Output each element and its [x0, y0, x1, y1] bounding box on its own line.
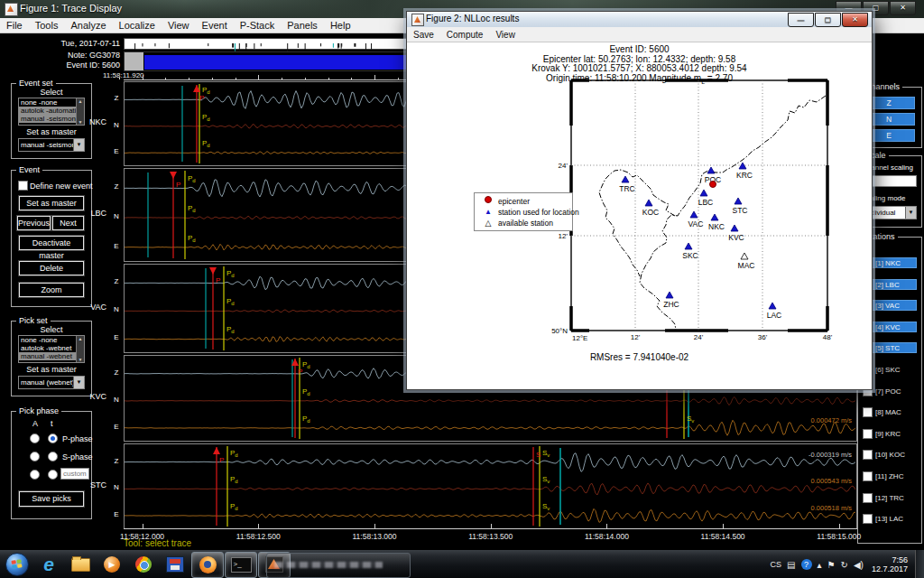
station-item-label: [2] LBC	[875, 281, 900, 289]
minimize-button[interactable]: —	[788, 13, 814, 27]
next-button[interactable]: Next	[52, 216, 84, 230]
language-indicator[interactable]: CS	[771, 560, 782, 569]
taskbar-button-media-player[interactable]: ▶	[97, 553, 127, 577]
custom-phase-t-radio[interactable]	[48, 470, 58, 480]
previous-button[interactable]: Previous	[17, 216, 51, 230]
custom-phase-input[interactable]	[60, 468, 89, 480]
taskbar-button-chrome[interactable]	[128, 553, 159, 577]
station-toggle-13LAC[interactable]: [13] LAC	[861, 513, 917, 524]
fig1-menu-help[interactable]: Help	[324, 18, 357, 33]
save-picks-button[interactable]: Save picks	[19, 491, 84, 507]
list-option-none--none[interactable]: none -none	[19, 98, 77, 107]
close-button[interactable]: ✕	[842, 13, 868, 27]
delete-button[interactable]: Delete	[19, 261, 84, 275]
station-item-label: [9] KRC	[875, 430, 901, 438]
station-checkbox[interactable]	[863, 514, 873, 524]
dropdown-arrow-icon: ▼	[73, 377, 84, 388]
station-checkbox[interactable]	[863, 407, 873, 417]
ruler-minor-tick	[328, 78, 329, 79]
fig1-menu-file[interactable]: File	[0, 18, 29, 33]
clock[interactable]: 7:56 12.7.2017	[872, 555, 908, 573]
fig2-titlebar[interactable]: Figure 2: NLLoc results — ▢ ✕	[407, 12, 872, 28]
list-option-none--none[interactable]: none -none	[19, 336, 77, 344]
pick-set-master-dropdown[interactable]: manual (webnet) ▼	[18, 376, 85, 389]
maximize-button[interactable]: ▢	[815, 13, 841, 27]
fig1-menu-view[interactable]: View	[162, 18, 196, 33]
waveform-KVC-E[interactable]	[125, 420, 855, 435]
channel-label-VAC-Z: Z	[112, 277, 121, 285]
show-hidden-icons[interactable]: ▴	[818, 560, 822, 570]
station-toggle-9KRC[interactable]: [9] KRC	[861, 428, 917, 439]
p-pick-marker[interactable]	[209, 267, 217, 275]
p-pick-marker[interactable]	[213, 447, 220, 454]
waveform-STC-N[interactable]	[125, 483, 855, 495]
taskbar-button-internet-explorer[interactable]: e	[33, 553, 64, 577]
define-new-event-checkbox[interactable]	[18, 181, 28, 191]
fig1-menu-localize[interactable]: Localize	[113, 18, 162, 33]
station-checkbox[interactable]	[863, 429, 873, 439]
taskbar-button-start[interactable]	[2, 553, 32, 577]
station-checkbox[interactable]	[863, 471, 873, 481]
station-label-LBC: LBC	[70, 209, 106, 218]
close-button[interactable]: ✕	[890, 1, 916, 15]
sync-tray-icon[interactable]: ↻	[841, 560, 848, 570]
printer-tray-icon[interactable]: ▤	[787, 560, 795, 570]
map-station-label-LAC: LAC	[767, 311, 782, 320]
p-phase-a-radio[interactable]	[30, 434, 40, 443]
action-center-flag-icon[interactable]: ⚑	[827, 560, 836, 570]
trace-plot-STC[interactable]: PPdPdPdSSvSvSv-0.000319 m/s0.000543 m/s0…	[125, 444, 856, 528]
s-phase-a-radio[interactable]	[30, 452, 40, 461]
volume-tray-icon[interactable]: ◀)	[854, 560, 864, 570]
channel-label-KVC-E: E	[112, 423, 121, 431]
legend-label: available station	[498, 219, 553, 228]
fig1-menu-panels[interactable]: Panels	[281, 18, 324, 33]
fig2-menu-view[interactable]: View	[489, 27, 522, 42]
event-set-master-dropdown[interactable]: manual -seismon ▼	[18, 138, 85, 152]
list-option-manual--seismon[interactable]: manual -seismon	[19, 115, 77, 123]
pick-set-listbox[interactable]: none -noneautolok -webnetmanual -webnet	[18, 335, 85, 363]
chrome-icon	[135, 556, 152, 573]
fig2-menu-compute[interactable]: Compute	[440, 27, 490, 42]
station-item-label: [3] VAC	[875, 302, 900, 310]
station-toggle-11ZHC[interactable]: [11] ZHC	[861, 471, 917, 481]
taskbar-button-firefox[interactable]	[191, 552, 224, 578]
fig2-menu-save[interactable]: Save	[407, 27, 440, 42]
taskbar-button-file-explorer[interactable]	[65, 553, 96, 577]
trace-group-STC[interactable]: PPdPdPdSSvSvSv-0.000319 m/s0.000543 m/s0…	[124, 443, 857, 529]
taskbar-app-button[interactable]	[266, 553, 411, 578]
station-checkbox[interactable]	[863, 450, 873, 460]
p-label: P	[298, 368, 302, 376]
pick-set-title: Pick set	[16, 316, 51, 325]
zoom-button[interactable]: Zoom	[19, 283, 84, 297]
station-toggle-10KOC[interactable]: [10] KOC	[861, 449, 917, 460]
channel-label-NKC-N: N	[112, 121, 121, 129]
fig1-menu-analyze[interactable]: Analyze	[64, 18, 112, 33]
help-tray-icon[interactable]: ?	[801, 559, 812, 570]
axis-tick	[258, 524, 259, 528]
list-option-manual--webnet[interactable]: manual -webnet	[19, 352, 77, 360]
ruler-minor-tick	[398, 78, 399, 79]
p-phase-t-radio[interactable]	[48, 434, 58, 443]
event-group: Event Define new event Set as master Pre…	[11, 170, 92, 307]
waveform-KVC-N[interactable]	[125, 396, 855, 405]
fig1-menu-event[interactable]: Event	[196, 18, 234, 33]
map-station-label-TRC: TRC	[619, 184, 634, 193]
station-toggle-8MAC[interactable]: [8] MAC	[861, 406, 917, 417]
show-desktop-button[interactable]	[915, 550, 924, 578]
scrollbar[interactable]	[76, 336, 84, 362]
station-toggle-12TRC[interactable]: [12] TRC	[861, 492, 917, 503]
list-option-autolok--automatic[interactable]: autolok -automatic	[19, 107, 77, 115]
station-checkbox[interactable]	[863, 493, 873, 503]
custom-phase-a-radio[interactable]	[30, 470, 40, 480]
list-option-autolok--webnet[interactable]: autolok -webnet	[19, 344, 77, 352]
axis-tick-label: 11:58:14.500	[690, 532, 755, 541]
deactivate-master-button[interactable]: Deactivate master	[19, 236, 84, 250]
fig1-title: Figure 1: Trace Display	[20, 3, 122, 14]
taskbar-button-terminal[interactable]: >_	[225, 552, 257, 578]
s-phase-t-radio[interactable]	[48, 452, 58, 461]
taskbar-button-commander[interactable]	[160, 553, 190, 577]
fig1-menu-p-stack[interactable]: P-Stack	[234, 18, 282, 33]
p-pick-marker[interactable]	[170, 172, 177, 179]
legend-marker-station-available: △	[482, 218, 494, 228]
fig1-menu-tools[interactable]: Tools	[29, 18, 65, 33]
